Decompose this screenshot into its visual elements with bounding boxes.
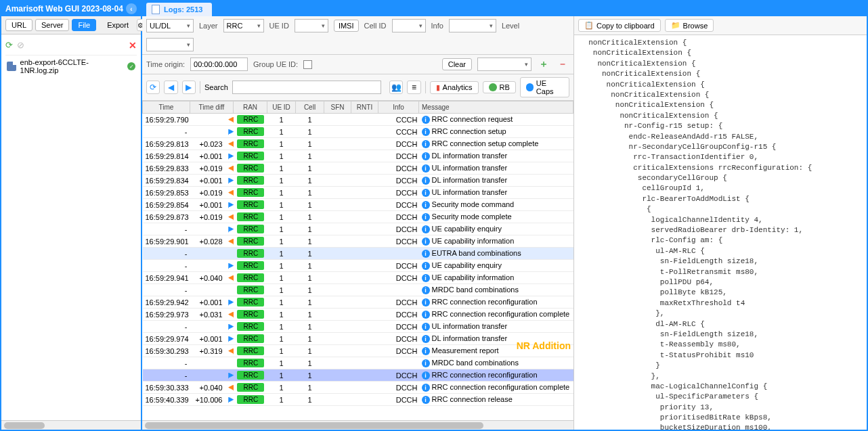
collapse-sidebar-button[interactable]: ‹ bbox=[126, 3, 137, 14]
imsi-button[interactable]: IMSI bbox=[334, 20, 359, 32]
ran-badge: RRC bbox=[237, 176, 264, 185]
col-ran[interactable]: RAN bbox=[234, 101, 267, 114]
prev-icon[interactable]: ◀ bbox=[164, 81, 177, 94]
sidebar-scrollbar[interactable] bbox=[1, 420, 141, 430]
table-row[interactable]: -RRC11i MRDC band combinations bbox=[143, 284, 573, 296]
message-text: UE capability information bbox=[432, 273, 515, 281]
info-label: Info bbox=[431, 22, 443, 30]
next-icon[interactable]: ▶ bbox=[182, 81, 196, 94]
uplink-arrow-icon: ⯇ bbox=[228, 311, 234, 319]
table-row[interactable]: -RRC11i MRDC band combinations bbox=[143, 357, 573, 369]
info-icon: i bbox=[422, 311, 430, 319]
table-row[interactable]: -⯈RRC11DCCHi RRC connection reconfigurat… bbox=[143, 369, 573, 382]
ran-badge: RRC bbox=[237, 188, 264, 197]
col-sfn[interactable]: SFN bbox=[324, 101, 351, 114]
cellid-select[interactable] bbox=[392, 19, 426, 32]
info-icon: i bbox=[422, 359, 430, 367]
app-header: Amarisoft Web GUI 2023-08-04 ‹ bbox=[1, 1, 141, 16]
rb-icon bbox=[489, 83, 497, 91]
message-text: RRC connection reconfiguration bbox=[432, 371, 538, 379]
info-icon: i bbox=[422, 164, 430, 173]
downlink-arrow-icon: ⯈ bbox=[228, 336, 234, 343]
log-file-item[interactable]: enb-export-6CCLTE-1NR.log.zip ✓ bbox=[5, 55, 137, 77]
close-icon[interactable]: ✕ bbox=[129, 40, 137, 51]
col-tdiff[interactable]: Time diff bbox=[190, 101, 234, 114]
downlink-arrow-icon: ⯈ bbox=[228, 372, 234, 380]
browse-button[interactable]: 📁Browse bbox=[665, 19, 714, 32]
table-row[interactable]: -RRC11i EUTRA band combinations bbox=[143, 248, 573, 260]
preset-select[interactable] bbox=[477, 58, 531, 71]
list-icon[interactable]: ≡ bbox=[407, 81, 420, 94]
add-icon[interactable]: ＋ bbox=[537, 58, 550, 71]
uldl-select[interactable]: UL/DL bbox=[146, 19, 194, 32]
table-row[interactable]: -⯈RRC11CCCHi RRC connection setup bbox=[143, 126, 573, 138]
export-button[interactable]: Export bbox=[102, 20, 134, 30]
time-origin-input[interactable] bbox=[190, 58, 248, 71]
rb-button[interactable]: RB bbox=[483, 81, 516, 93]
level-select[interactable] bbox=[146, 38, 194, 51]
clear-button[interactable]: Clear bbox=[442, 58, 472, 70]
tab-bar: Logs: 2513 bbox=[142, 1, 867, 16]
table-row[interactable]: 16:59:29.973+0.031⯇RRC11DCCHi RRC connec… bbox=[143, 309, 573, 321]
downlink-arrow-icon: ⯈ bbox=[228, 202, 234, 209]
downlink-arrow-icon: ⯈ bbox=[228, 129, 234, 136]
table-row[interactable]: 16:59:29.974+0.001⯈RRC11DCCHi DL informa… bbox=[143, 333, 573, 345]
detail-body[interactable]: nonCriticalExtension { nonCriticalExtens… bbox=[574, 35, 867, 430]
analytics-button[interactable]: ▮Analytics bbox=[430, 81, 479, 94]
ran-badge: RRC bbox=[237, 273, 264, 282]
uecaps-button[interactable]: UE Caps bbox=[520, 77, 569, 97]
info-icon: i bbox=[422, 347, 430, 355]
table-row[interactable]: 16:59:29.834+0.001⯈RRC11DCCHi DL informa… bbox=[143, 175, 573, 187]
stop-icon[interactable]: ⊘ bbox=[17, 40, 24, 51]
table-row[interactable]: 16:59:29.941+0.040⯇RRC11DCCHi UE capabil… bbox=[143, 272, 573, 284]
table-row[interactable]: 16:59:29.853+0.019⯇RRC11DCCHi UL informa… bbox=[143, 187, 573, 199]
info-icon: i bbox=[422, 298, 430, 307]
message-text: RRC connection reconfiguration bbox=[432, 298, 538, 306]
copy-button[interactable]: 📋Copy to clipboard bbox=[578, 19, 661, 32]
message-text: UL information transfer bbox=[432, 164, 507, 172]
table-row[interactable]: 16:59:29.833+0.019⯇RRC11DCCHi UL informa… bbox=[143, 162, 573, 175]
table-row[interactable]: 16:59:29.814+0.001⯈RRC11DCCHi DL informa… bbox=[143, 150, 573, 162]
col-rnti[interactable]: RNTI bbox=[351, 101, 378, 114]
info-select[interactable] bbox=[449, 19, 496, 32]
table-row[interactable]: -⯈RRC11DCCHi UE capability enquiry bbox=[143, 223, 573, 235]
table-row[interactable]: 16:59:29.813+0.023⯇RRC11DCCHi RRC connec… bbox=[143, 138, 573, 150]
ran-badge: RRC bbox=[237, 115, 264, 124]
layer-select[interactable]: RRC bbox=[223, 19, 264, 32]
refresh-logs-icon[interactable]: ⟳ bbox=[146, 81, 160, 94]
tab-label: Logs: 2513 bbox=[164, 5, 202, 14]
refresh-icon[interactable]: ⟳ bbox=[5, 40, 13, 51]
ran-badge: RRC bbox=[237, 152, 264, 160]
tab-logs[interactable]: Logs: 2513 bbox=[146, 3, 212, 16]
table-row[interactable]: -⯈RRC11DCCHi UL information transfer bbox=[143, 321, 573, 333]
remove-icon[interactable]: － bbox=[556, 58, 569, 71]
table-row[interactable]: 16:59:30.293+0.319⯇RRC11DCCHi Measuremen… bbox=[143, 345, 573, 357]
info-icon: i bbox=[422, 152, 430, 160]
col-info[interactable]: Info bbox=[378, 101, 419, 114]
table-row[interactable]: 16:59:30.333+0.040⯇RRC11DCCHi RRC connec… bbox=[143, 382, 573, 394]
col-msg[interactable]: Message bbox=[419, 101, 573, 114]
table-row[interactable]: 16:59:40.339+10.006⯈RRC11DCCHi RRC conne… bbox=[143, 394, 573, 406]
table-row[interactable]: 16:59:29.790⯇RRC11CCCHi RRC connection r… bbox=[143, 114, 573, 126]
col-time[interactable]: Time bbox=[143, 101, 190, 114]
table-row[interactable]: 16:59:29.873+0.019⯇RRC11DCCHi Security m… bbox=[143, 211, 573, 223]
table-row[interactable]: 16:59:29.942+0.001⯈RRC11DCCHi RRC connec… bbox=[143, 296, 573, 309]
ueid-select[interactable] bbox=[295, 19, 328, 32]
col-ueid[interactable]: UE ID bbox=[267, 101, 296, 114]
group-ueid-checkbox[interactable] bbox=[303, 60, 312, 69]
server-tab-button[interactable]: Server bbox=[35, 19, 69, 31]
file-tab-button[interactable]: File bbox=[72, 19, 96, 31]
table-row[interactable]: -⯈RRC11DCCHi UE capability enquiry bbox=[143, 260, 573, 272]
table-row[interactable]: 16:59:29.854+0.001⯈RRC11DCCHi Security m… bbox=[143, 199, 573, 211]
message-text: Security mode command bbox=[432, 200, 515, 208]
col-cell[interactable]: Cell bbox=[296, 101, 324, 114]
search-input[interactable] bbox=[232, 81, 381, 94]
message-text: UL information transfer bbox=[432, 188, 507, 196]
ran-badge: RRC bbox=[237, 286, 264, 294]
people-icon[interactable]: 👥 bbox=[389, 81, 403, 94]
ueid-label: UE ID bbox=[269, 22, 289, 30]
log-scrollbar[interactable] bbox=[142, 420, 573, 430]
uplink-arrow-icon: ⯇ bbox=[228, 384, 234, 392]
table-row[interactable]: 16:59:29.901+0.028⯇RRC11DCCHi UE capabil… bbox=[143, 235, 573, 248]
url-tab-button[interactable]: URL bbox=[5, 19, 32, 31]
